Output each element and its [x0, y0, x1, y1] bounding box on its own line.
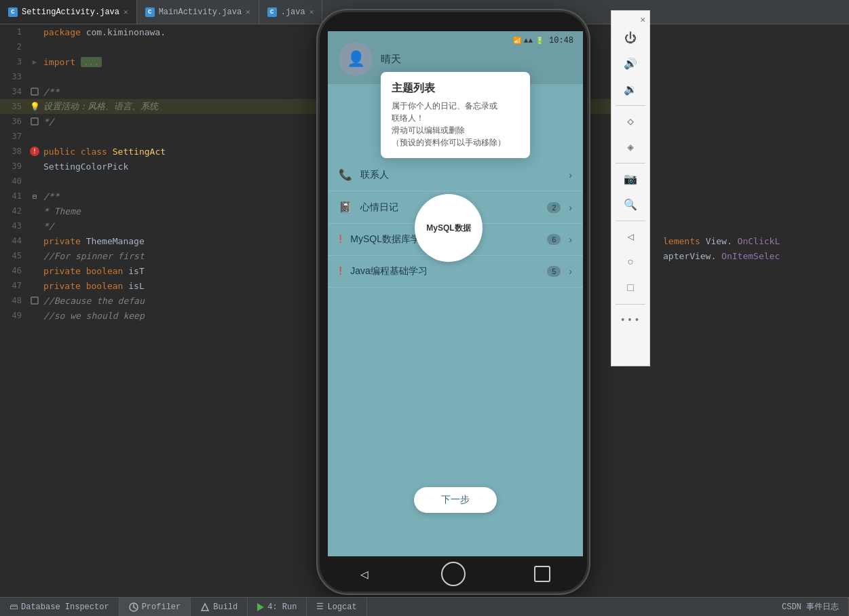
camera-button[interactable]: 📷 — [617, 167, 644, 191]
tab-label-setting: SettingActivity.java — [22, 7, 119, 17]
wifi-icon: 📶 — [513, 37, 521, 45]
nav-home-button[interactable] — [438, 559, 468, 589]
logcat-icon: ☰ — [316, 602, 324, 612]
run-label: 4: Run — [267, 602, 297, 612]
status-logcat[interactable]: ☰ Logcat — [307, 598, 366, 616]
error-icon-38: ! — [30, 147, 39, 156]
tab-main-activity[interactable]: C MainActivity.java ✕ — [137, 0, 259, 24]
fold-icon-3[interactable]: ▶ — [33, 58, 37, 66]
phone-bottom-nav: ◁ — [320, 556, 587, 592]
volume-up-icon: 🔊 — [624, 57, 637, 71]
bulb-35: 💡 — [30, 102, 40, 111]
build-label: Build — [213, 602, 238, 612]
rotate-icon: ◇ — [627, 115, 634, 128]
bookmark-48 — [31, 296, 39, 305]
code-line-right-39: apterView. OnItemSelec — [655, 248, 849, 263]
bookmark-36 — [31, 117, 39, 126]
emulator-toolbar: ✕ ⏻ 🔊 🔉 ◇ ◈ 📷 🔍 ◁ ○ □ ••• — [611, 10, 650, 366]
code-line-right-38: lements View. OnClickL — [655, 233, 849, 248]
tab-label-main: MainActivity.java — [159, 7, 242, 17]
tab-java[interactable]: C .java ✕ — [259, 0, 323, 24]
more-button[interactable]: ••• — [617, 308, 644, 332]
diary-badge: 2 — [547, 202, 561, 213]
erase-icon: ◈ — [627, 140, 634, 154]
phone-screen[interactable]: 📶 ▲▲ 🔋 10:48 👤 晴天 主题列表 属于你个人的日记、备忘录或 联络人… — [328, 31, 583, 560]
phone-username: 晴天 — [381, 53, 401, 66]
tab-label-java: .java — [281, 7, 305, 17]
recents-icon: □ — [627, 282, 634, 294]
erase-button[interactable]: ◈ — [617, 135, 644, 159]
nav-back-icon: ◁ — [360, 566, 369, 583]
status-bar: 🗃 Database Inspector Profiler Build 4: R… — [0, 597, 849, 616]
toolbar-separator-4 — [616, 304, 646, 305]
java-badge: 5 — [547, 266, 561, 277]
db-inspector-label: Database Inspector — [21, 602, 109, 612]
run-icon — [257, 603, 264, 611]
back-icon: ◁ — [627, 230, 634, 244]
build-icon — [200, 602, 210, 612]
db-inspector-icon: 🗃 — [10, 602, 18, 612]
time-display: 10:48 — [549, 36, 573, 45]
toolbar-separator-2 — [616, 163, 646, 163]
back-button[interactable]: ◁ — [617, 225, 644, 249]
next-step-area: 下一步 — [414, 487, 497, 513]
phone-body: 📶 ▲▲ 🔋 10:48 👤 晴天 主题列表 属于你个人的日记、备忘录或 联络人… — [318, 10, 589, 594]
status-build[interactable]: Build — [191, 598, 248, 616]
toolbar-separator-1 — [616, 105, 646, 106]
toolbar-close-button[interactable]: ✕ — [640, 14, 645, 25]
zoom-button[interactable]: 🔍 — [617, 193, 644, 217]
phone-emulator: 📶 ▲▲ 🔋 10:48 👤 晴天 主题列表 属于你个人的日记、备忘录或 联络人… — [318, 10, 589, 594]
profiler-icon — [129, 602, 138, 612]
phone-notch — [406, 12, 501, 31]
toolbar-separator-3 — [616, 220, 646, 221]
nav-back-button[interactable]: ◁ — [350, 559, 379, 589]
align-icon-41: ⊟ — [33, 193, 37, 200]
list-item-contacts[interactable]: 📞 联系人 › — [328, 159, 583, 191]
status-db-inspector[interactable]: 🗃 Database Inspector — [0, 598, 119, 616]
more-icon: ••• — [620, 315, 641, 326]
phone-status-bar: 📶 ▲▲ 🔋 10:48 — [328, 31, 583, 50]
avatar-icon: 👤 — [347, 50, 365, 69]
mysql-badge: 6 — [547, 234, 561, 245]
status-profiler[interactable]: Profiler — [119, 598, 191, 616]
nav-recents-button[interactable] — [527, 559, 557, 589]
nav-home-icon — [441, 562, 466, 586]
tab-close-setting[interactable]: ✕ — [124, 7, 128, 16]
status-run[interactable]: 4: Run — [248, 598, 307, 616]
tooltip-text: 属于你个人的日记、备忘录或 联络人！ 滑动可以编辑或删除 （预设的资料你可以手动… — [392, 100, 519, 149]
contacts-chevron: › — [569, 170, 572, 180]
power-icon: ⏻ — [624, 31, 637, 45]
tab-close-main[interactable]: ✕ — [246, 7, 250, 16]
volume-down-button[interactable]: 🔉 — [617, 77, 644, 102]
volume-down-icon: 🔉 — [624, 83, 637, 96]
tab-icon-java: C — [267, 7, 277, 17]
contacts-label: 联系人 — [360, 169, 561, 181]
contacts-icon: 📞 — [339, 168, 352, 181]
mysql-circle: MySQL数据 — [415, 194, 483, 262]
tab-icon-setting: C — [8, 7, 18, 17]
phone-status-icons: 📶 ▲▲ 🔋 10:48 — [513, 36, 573, 45]
signal-icon: ▲▲ — [524, 37, 533, 45]
java-label: Java编程基础学习 — [350, 265, 539, 277]
tab-setting-activity[interactable]: C SettingActivity.java ✕ — [0, 0, 137, 24]
home-icon: ○ — [627, 256, 634, 269]
java-warn-icon: ! — [339, 265, 342, 277]
camera-icon: 📷 — [624, 172, 637, 186]
battery-icon: 🔋 — [535, 37, 544, 45]
mysql-warn-icon: ! — [339, 233, 342, 246]
home-button[interactable]: ○ — [617, 250, 644, 275]
power-button[interactable]: ⏻ — [617, 26, 644, 50]
nav-recents-icon — [534, 566, 550, 582]
phone-tooltip: 主题列表 属于你个人的日记、备忘录或 联络人！ 滑动可以编辑或删除 （预设的资料… — [381, 72, 530, 158]
tab-close-java[interactable]: ✕ — [309, 7, 314, 16]
recents-button[interactable]: □ — [617, 276, 644, 301]
diary-chevron: › — [569, 202, 572, 213]
status-right-info[interactable]: CSDN 事件日志 — [772, 598, 849, 616]
volume-up-button[interactable]: 🔊 — [617, 52, 644, 76]
profiler-label: Profiler — [142, 602, 181, 612]
logcat-label: Logcat — [327, 602, 356, 612]
tooltip-title: 主题列表 — [392, 81, 519, 96]
rotate-button[interactable]: ◇ — [617, 109, 644, 134]
code-editor-right: lements View. OnClickL apterView. OnItem… — [655, 24, 849, 597]
next-step-button[interactable]: 下一步 — [414, 487, 497, 513]
